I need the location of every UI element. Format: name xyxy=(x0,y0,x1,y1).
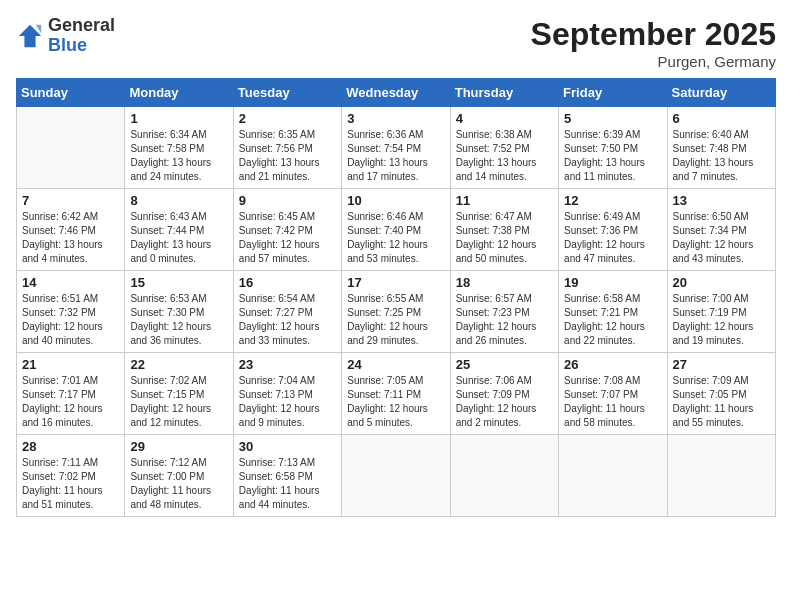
calendar-cell: 20Sunrise: 7:00 AM Sunset: 7:19 PM Dayli… xyxy=(667,271,775,353)
day-number: 22 xyxy=(130,357,227,372)
calendar-cell: 15Sunrise: 6:53 AM Sunset: 7:30 PM Dayli… xyxy=(125,271,233,353)
day-number: 1 xyxy=(130,111,227,126)
calendar-week-row: 28Sunrise: 7:11 AM Sunset: 7:02 PM Dayli… xyxy=(17,435,776,517)
calendar-week-row: 1Sunrise: 6:34 AM Sunset: 7:58 PM Daylig… xyxy=(17,107,776,189)
calendar-cell: 17Sunrise: 6:55 AM Sunset: 7:25 PM Dayli… xyxy=(342,271,450,353)
calendar-cell: 7Sunrise: 6:42 AM Sunset: 7:46 PM Daylig… xyxy=(17,189,125,271)
calendar-cell: 23Sunrise: 7:04 AM Sunset: 7:13 PM Dayli… xyxy=(233,353,341,435)
calendar-header-row: SundayMondayTuesdayWednesdayThursdayFrid… xyxy=(17,79,776,107)
day-number: 15 xyxy=(130,275,227,290)
day-number: 24 xyxy=(347,357,444,372)
day-info: Sunrise: 6:47 AM Sunset: 7:38 PM Dayligh… xyxy=(456,210,553,266)
logo-icon xyxy=(16,22,44,50)
calendar-cell xyxy=(17,107,125,189)
calendar-cell: 3Sunrise: 6:36 AM Sunset: 7:54 PM Daylig… xyxy=(342,107,450,189)
day-info: Sunrise: 6:45 AM Sunset: 7:42 PM Dayligh… xyxy=(239,210,336,266)
day-header-wednesday: Wednesday xyxy=(342,79,450,107)
day-info: Sunrise: 7:04 AM Sunset: 7:13 PM Dayligh… xyxy=(239,374,336,430)
day-header-sunday: Sunday xyxy=(17,79,125,107)
calendar-cell: 9Sunrise: 6:45 AM Sunset: 7:42 PM Daylig… xyxy=(233,189,341,271)
day-info: Sunrise: 6:58 AM Sunset: 7:21 PM Dayligh… xyxy=(564,292,661,348)
calendar-cell: 18Sunrise: 6:57 AM Sunset: 7:23 PM Dayli… xyxy=(450,271,558,353)
calendar-cell: 2Sunrise: 6:35 AM Sunset: 7:56 PM Daylig… xyxy=(233,107,341,189)
day-header-saturday: Saturday xyxy=(667,79,775,107)
day-info: Sunrise: 6:39 AM Sunset: 7:50 PM Dayligh… xyxy=(564,128,661,184)
day-info: Sunrise: 7:05 AM Sunset: 7:11 PM Dayligh… xyxy=(347,374,444,430)
day-info: Sunrise: 7:09 AM Sunset: 7:05 PM Dayligh… xyxy=(673,374,770,430)
day-number: 18 xyxy=(456,275,553,290)
day-number: 28 xyxy=(22,439,119,454)
day-number: 17 xyxy=(347,275,444,290)
calendar-cell: 29Sunrise: 7:12 AM Sunset: 7:00 PM Dayli… xyxy=(125,435,233,517)
calendar-cell: 19Sunrise: 6:58 AM Sunset: 7:21 PM Dayli… xyxy=(559,271,667,353)
day-info: Sunrise: 6:54 AM Sunset: 7:27 PM Dayligh… xyxy=(239,292,336,348)
calendar-week-row: 7Sunrise: 6:42 AM Sunset: 7:46 PM Daylig… xyxy=(17,189,776,271)
day-number: 27 xyxy=(673,357,770,372)
calendar-cell: 11Sunrise: 6:47 AM Sunset: 7:38 PM Dayli… xyxy=(450,189,558,271)
day-info: Sunrise: 7:02 AM Sunset: 7:15 PM Dayligh… xyxy=(130,374,227,430)
day-number: 16 xyxy=(239,275,336,290)
calendar-cell: 16Sunrise: 6:54 AM Sunset: 7:27 PM Dayli… xyxy=(233,271,341,353)
day-number: 23 xyxy=(239,357,336,372)
day-number: 4 xyxy=(456,111,553,126)
day-info: Sunrise: 6:35 AM Sunset: 7:56 PM Dayligh… xyxy=(239,128,336,184)
day-info: Sunrise: 6:38 AM Sunset: 7:52 PM Dayligh… xyxy=(456,128,553,184)
calendar-cell xyxy=(450,435,558,517)
calendar-cell xyxy=(342,435,450,517)
calendar-cell: 26Sunrise: 7:08 AM Sunset: 7:07 PM Dayli… xyxy=(559,353,667,435)
day-number: 29 xyxy=(130,439,227,454)
day-number: 6 xyxy=(673,111,770,126)
calendar-week-row: 21Sunrise: 7:01 AM Sunset: 7:17 PM Dayli… xyxy=(17,353,776,435)
calendar-cell: 22Sunrise: 7:02 AM Sunset: 7:15 PM Dayli… xyxy=(125,353,233,435)
day-header-monday: Monday xyxy=(125,79,233,107)
day-number: 2 xyxy=(239,111,336,126)
day-header-thursday: Thursday xyxy=(450,79,558,107)
calendar-cell: 12Sunrise: 6:49 AM Sunset: 7:36 PM Dayli… xyxy=(559,189,667,271)
day-number: 8 xyxy=(130,193,227,208)
day-info: Sunrise: 6:57 AM Sunset: 7:23 PM Dayligh… xyxy=(456,292,553,348)
day-number: 3 xyxy=(347,111,444,126)
calendar-cell: 13Sunrise: 6:50 AM Sunset: 7:34 PM Dayli… xyxy=(667,189,775,271)
day-number: 19 xyxy=(564,275,661,290)
calendar-cell: 30Sunrise: 7:13 AM Sunset: 6:58 PM Dayli… xyxy=(233,435,341,517)
page-header: General Blue September 2025 Purgen, Germ… xyxy=(16,16,776,70)
calendar-cell: 5Sunrise: 6:39 AM Sunset: 7:50 PM Daylig… xyxy=(559,107,667,189)
calendar-cell xyxy=(559,435,667,517)
calendar-cell: 14Sunrise: 6:51 AM Sunset: 7:32 PM Dayli… xyxy=(17,271,125,353)
calendar-cell xyxy=(667,435,775,517)
logo: General Blue xyxy=(16,16,115,56)
day-info: Sunrise: 6:49 AM Sunset: 7:36 PM Dayligh… xyxy=(564,210,661,266)
calendar-cell: 8Sunrise: 6:43 AM Sunset: 7:44 PM Daylig… xyxy=(125,189,233,271)
day-info: Sunrise: 7:06 AM Sunset: 7:09 PM Dayligh… xyxy=(456,374,553,430)
calendar-cell: 1Sunrise: 6:34 AM Sunset: 7:58 PM Daylig… xyxy=(125,107,233,189)
day-info: Sunrise: 7:11 AM Sunset: 7:02 PM Dayligh… xyxy=(22,456,119,512)
day-number: 11 xyxy=(456,193,553,208)
calendar-title: September 2025 xyxy=(531,16,776,53)
day-header-friday: Friday xyxy=(559,79,667,107)
day-info: Sunrise: 6:51 AM Sunset: 7:32 PM Dayligh… xyxy=(22,292,119,348)
day-info: Sunrise: 6:46 AM Sunset: 7:40 PM Dayligh… xyxy=(347,210,444,266)
calendar-cell: 21Sunrise: 7:01 AM Sunset: 7:17 PM Dayli… xyxy=(17,353,125,435)
day-number: 12 xyxy=(564,193,661,208)
calendar-cell: 4Sunrise: 6:38 AM Sunset: 7:52 PM Daylig… xyxy=(450,107,558,189)
day-info: Sunrise: 7:08 AM Sunset: 7:07 PM Dayligh… xyxy=(564,374,661,430)
calendar-cell: 28Sunrise: 7:11 AM Sunset: 7:02 PM Dayli… xyxy=(17,435,125,517)
day-info: Sunrise: 6:55 AM Sunset: 7:25 PM Dayligh… xyxy=(347,292,444,348)
day-info: Sunrise: 6:40 AM Sunset: 7:48 PM Dayligh… xyxy=(673,128,770,184)
day-info: Sunrise: 6:53 AM Sunset: 7:30 PM Dayligh… xyxy=(130,292,227,348)
calendar-cell: 25Sunrise: 7:06 AM Sunset: 7:09 PM Dayli… xyxy=(450,353,558,435)
day-info: Sunrise: 6:42 AM Sunset: 7:46 PM Dayligh… xyxy=(22,210,119,266)
day-number: 21 xyxy=(22,357,119,372)
day-info: Sunrise: 7:13 AM Sunset: 6:58 PM Dayligh… xyxy=(239,456,336,512)
day-info: Sunrise: 6:36 AM Sunset: 7:54 PM Dayligh… xyxy=(347,128,444,184)
calendar-subtitle: Purgen, Germany xyxy=(531,53,776,70)
calendar-cell: 10Sunrise: 6:46 AM Sunset: 7:40 PM Dayli… xyxy=(342,189,450,271)
calendar-cell: 6Sunrise: 6:40 AM Sunset: 7:48 PM Daylig… xyxy=(667,107,775,189)
day-info: Sunrise: 7:12 AM Sunset: 7:00 PM Dayligh… xyxy=(130,456,227,512)
day-number: 5 xyxy=(564,111,661,126)
day-number: 25 xyxy=(456,357,553,372)
calendar-week-row: 14Sunrise: 6:51 AM Sunset: 7:32 PM Dayli… xyxy=(17,271,776,353)
day-info: Sunrise: 6:50 AM Sunset: 7:34 PM Dayligh… xyxy=(673,210,770,266)
day-info: Sunrise: 6:43 AM Sunset: 7:44 PM Dayligh… xyxy=(130,210,227,266)
day-number: 9 xyxy=(239,193,336,208)
